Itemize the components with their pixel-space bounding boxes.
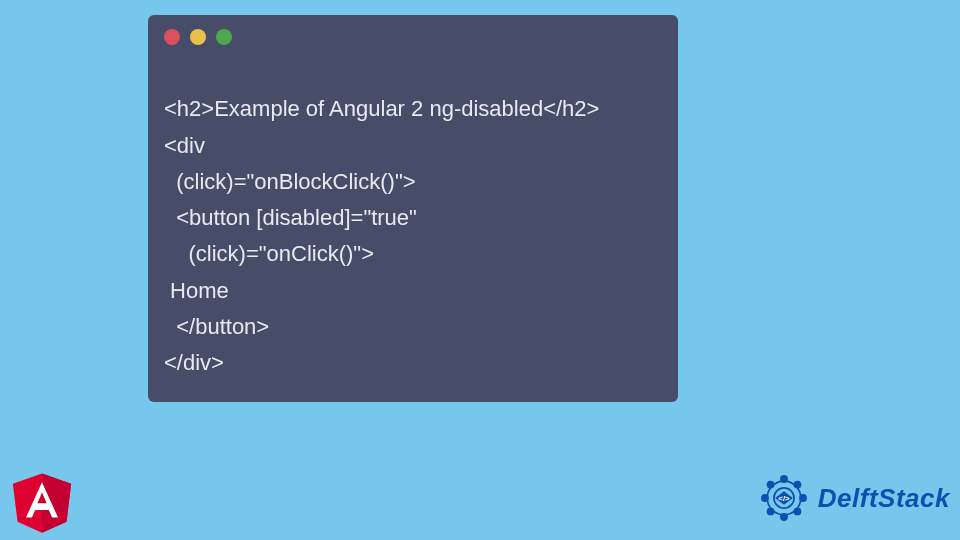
angular-logo-icon xyxy=(8,468,76,536)
code-line: <div xyxy=(164,133,205,158)
svg-point-6 xyxy=(799,494,807,502)
maximize-icon xyxy=(216,29,232,45)
code-line: Home xyxy=(164,278,229,303)
code-line: </button> xyxy=(164,314,269,339)
svg-text:</>: </> xyxy=(778,494,790,503)
svg-marker-1 xyxy=(42,473,71,532)
delftstack-label: DelftStack xyxy=(818,483,950,514)
code-line: </div> xyxy=(164,350,224,375)
close-icon xyxy=(164,29,180,45)
delftstack-brand: </> DelftStack xyxy=(756,470,950,526)
code-line: (click)="onClick()"> xyxy=(164,241,374,266)
code-window: <h2>Example of Angular 2 ng-disabled</h2… xyxy=(148,15,678,402)
svg-point-11 xyxy=(766,481,774,489)
delftstack-icon: </> xyxy=(756,470,812,526)
svg-point-5 xyxy=(793,481,801,489)
code-line: <button [disabled]="true" xyxy=(164,205,417,230)
code-line: (click)="onBlockClick()"> xyxy=(164,169,416,194)
svg-point-4 xyxy=(780,475,788,483)
svg-point-8 xyxy=(780,513,788,521)
svg-point-9 xyxy=(766,508,774,516)
svg-point-7 xyxy=(793,508,801,516)
code-body: <h2>Example of Angular 2 ng-disabled</h2… xyxy=(148,55,678,388)
minimize-icon xyxy=(190,29,206,45)
code-line: <h2>Example of Angular 2 ng-disabled</h2… xyxy=(164,96,599,121)
window-titlebar xyxy=(148,15,678,55)
svg-point-10 xyxy=(761,494,769,502)
